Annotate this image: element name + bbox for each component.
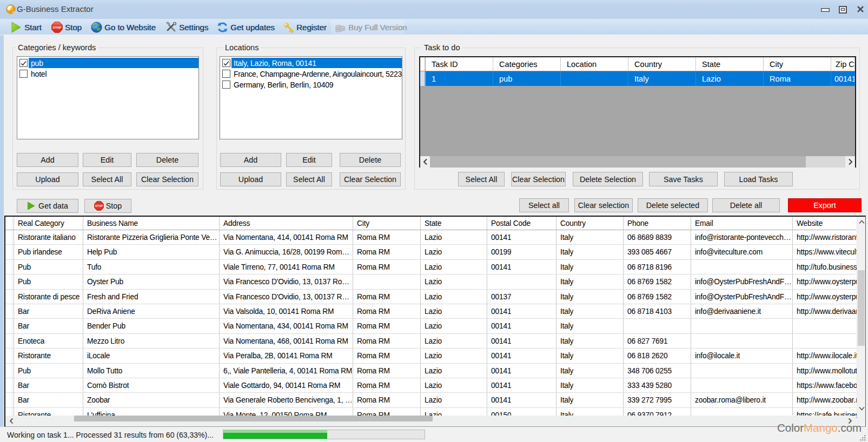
svg-text:STOP: STOP (95, 204, 103, 207)
svg-text:STOP: STOP (52, 26, 61, 29)
